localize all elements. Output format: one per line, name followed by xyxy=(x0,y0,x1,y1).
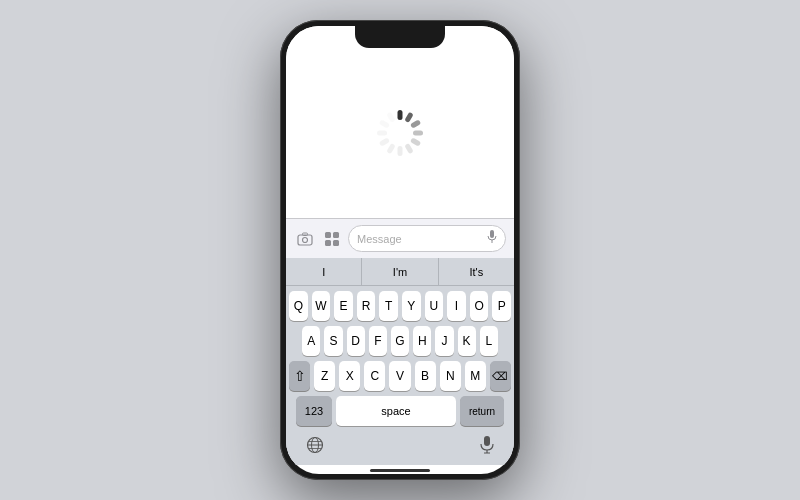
key-numbers[interactable]: 123 xyxy=(296,396,332,426)
svg-rect-18 xyxy=(333,240,339,246)
svg-rect-19 xyxy=(490,230,494,238)
message-placeholder: Message xyxy=(357,233,402,245)
predictive-item-its[interactable]: It's xyxy=(439,258,514,285)
key-space[interactable]: space xyxy=(336,396,456,426)
key-i[interactable]: I xyxy=(447,291,466,321)
key-return[interactable]: return xyxy=(460,396,504,426)
key-d[interactable]: D xyxy=(347,326,365,356)
key-r[interactable]: R xyxy=(357,291,376,321)
globe-icon[interactable] xyxy=(306,436,324,458)
predictive-bar: I I'm It's xyxy=(286,258,514,286)
key-row-2: A S D F G H J K L xyxy=(289,326,511,356)
keyboard: I I'm It's Q W E R T Y U I O P xyxy=(286,258,514,465)
screen-content xyxy=(286,26,514,218)
key-row-1: Q W E R T Y U I O P xyxy=(289,291,511,321)
apps-icon[interactable] xyxy=(321,228,343,250)
spinner-svg xyxy=(375,108,425,158)
predictive-item-im[interactable]: I'm xyxy=(362,258,438,285)
key-s[interactable]: S xyxy=(324,326,342,356)
mic-icon[interactable] xyxy=(480,436,494,458)
key-l[interactable]: L xyxy=(480,326,498,356)
svg-rect-12 xyxy=(298,235,312,245)
key-e[interactable]: E xyxy=(334,291,353,321)
key-k[interactable]: K xyxy=(458,326,476,356)
key-v[interactable]: V xyxy=(389,361,410,391)
key-c[interactable]: C xyxy=(364,361,385,391)
phone-notch xyxy=(355,26,445,48)
svg-rect-5 xyxy=(404,143,413,154)
key-rows: Q W E R T Y U I O P A S D F xyxy=(286,286,514,429)
svg-rect-3 xyxy=(413,131,423,136)
svg-rect-15 xyxy=(325,232,331,238)
svg-rect-26 xyxy=(484,436,490,446)
key-n[interactable]: N xyxy=(440,361,461,391)
key-row-bottom: 123 space return xyxy=(289,396,511,426)
key-backspace[interactable]: ⌫ xyxy=(490,361,511,391)
svg-rect-1 xyxy=(404,112,413,123)
svg-point-13 xyxy=(303,237,308,242)
home-indicator xyxy=(370,469,430,472)
predictive-item-i[interactable]: I xyxy=(286,258,362,285)
key-x[interactable]: X xyxy=(339,361,360,391)
key-m[interactable]: M xyxy=(465,361,486,391)
key-q[interactable]: Q xyxy=(289,291,308,321)
key-p[interactable]: P xyxy=(492,291,511,321)
key-z[interactable]: Z xyxy=(314,361,335,391)
key-b[interactable]: B xyxy=(415,361,436,391)
loading-spinner xyxy=(365,98,435,168)
input-mic-icon xyxy=(487,230,497,247)
key-o[interactable]: O xyxy=(470,291,489,321)
svg-rect-7 xyxy=(386,143,395,154)
svg-rect-0 xyxy=(398,110,403,120)
message-input[interactable]: Message xyxy=(348,225,506,252)
key-j[interactable]: J xyxy=(435,326,453,356)
message-bar: Message xyxy=(286,218,514,258)
key-y[interactable]: Y xyxy=(402,291,421,321)
phone-screen: Message I I'm It's xyxy=(286,26,514,474)
key-row-3: ⇧ Z X C V B N M ⌫ xyxy=(289,361,511,391)
key-w[interactable]: W xyxy=(312,291,331,321)
keyboard-bottom-bar xyxy=(286,429,514,465)
svg-rect-10 xyxy=(379,119,390,128)
svg-rect-4 xyxy=(410,137,421,146)
key-t[interactable]: T xyxy=(379,291,398,321)
svg-rect-6 xyxy=(398,146,403,156)
key-g[interactable]: G xyxy=(391,326,409,356)
svg-rect-2 xyxy=(410,119,421,128)
key-f[interactable]: F xyxy=(369,326,387,356)
key-a[interactable]: A xyxy=(302,326,320,356)
key-shift[interactable]: ⇧ xyxy=(289,361,310,391)
svg-rect-14 xyxy=(303,233,308,236)
phone-frame: Message I I'm It's xyxy=(280,20,520,480)
svg-rect-8 xyxy=(379,137,390,146)
camera-icon[interactable] xyxy=(294,228,316,250)
svg-rect-9 xyxy=(377,131,387,136)
key-h[interactable]: H xyxy=(413,326,431,356)
svg-rect-16 xyxy=(333,232,339,238)
key-u[interactable]: U xyxy=(425,291,444,321)
svg-rect-17 xyxy=(325,240,331,246)
svg-rect-11 xyxy=(386,112,395,123)
